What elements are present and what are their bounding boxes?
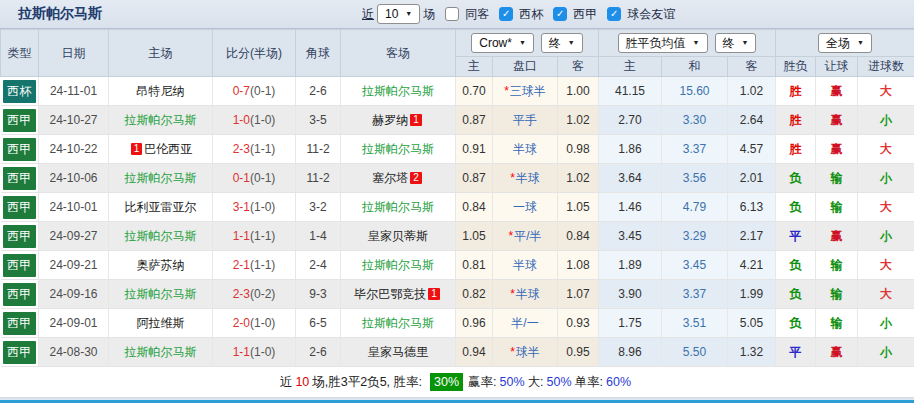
- cell-score: 3-1(1-0): [213, 193, 296, 222]
- home-team-link[interactable]: 拉斯帕尔马斯: [125, 113, 197, 127]
- cell-handicap: *球半: [493, 338, 558, 367]
- cell-type: 西甲: [1, 251, 39, 280]
- cell-home-odds: 0.91: [456, 135, 493, 164]
- win-rate-badge: 30%: [430, 373, 463, 391]
- cell-avg-away: 4.21: [728, 251, 776, 280]
- cell-handicap: 半球: [493, 135, 558, 164]
- away-team-link[interactable]: 拉斯帕尔马斯: [362, 200, 434, 214]
- cell-result-goals: 大: [858, 251, 914, 280]
- cell-result-goals: 大: [858, 77, 914, 106]
- cell-avg-draw: 4.79: [662, 193, 728, 222]
- home-team-link[interactable]: 拉斯帕尔马斯: [125, 345, 197, 359]
- away-team-link[interactable]: 皇家马德里: [368, 345, 428, 359]
- cell-avg-home: 41.15: [599, 77, 662, 106]
- cell-date: 24-09-21: [39, 251, 109, 280]
- cell-type: 西甲: [1, 135, 39, 164]
- odds-stage-select[interactable]: 终: [541, 33, 583, 53]
- cell-avg-draw: 3.30: [662, 106, 728, 135]
- away-team-link[interactable]: 拉斯帕尔马斯: [362, 258, 434, 272]
- cell-result-handicap: 赢: [816, 106, 858, 135]
- fulltime-score: 2-1: [233, 258, 250, 272]
- home-team-link[interactable]: 拉斯帕尔马斯: [125, 287, 197, 301]
- halftime-score: (1-1): [250, 258, 275, 272]
- table-row: 西甲 24-09-21 奥萨苏纳 2-1(1-1) 2-4 拉斯帕尔马斯 0.8…: [1, 251, 914, 280]
- home-team-link[interactable]: 比利亚雷亚尔: [125, 200, 197, 214]
- home-team-link[interactable]: 奥萨苏纳: [137, 258, 185, 272]
- cell-home-odds: 0.82: [456, 280, 493, 309]
- home-team-link[interactable]: 阿拉维斯: [137, 316, 185, 330]
- cover-value: 50%: [500, 375, 525, 389]
- cell-home-odds: 0.81: [456, 251, 493, 280]
- away-team-link[interactable]: 毕尔巴鄂竞技: [354, 287, 426, 301]
- cell-score: 0-7(0-1): [213, 77, 296, 106]
- copa-label: 西杯: [519, 6, 543, 23]
- home-team-link[interactable]: 巴伦西亚: [144, 142, 192, 156]
- recent-count-select[interactable]: 10: [377, 4, 420, 24]
- cell-result-handicap: 赢: [816, 338, 858, 367]
- league-badge: 西甲: [3, 167, 37, 190]
- away-team-link[interactable]: 拉斯帕尔马斯: [362, 84, 434, 98]
- halftime-score: (1-1): [250, 142, 275, 156]
- away-team-link[interactable]: 皇家贝蒂斯: [368, 229, 428, 243]
- bookmaker-select[interactable]: Crow*: [471, 33, 534, 53]
- cover-label: 赢率:: [468, 374, 496, 391]
- cell-corners: 3-5: [296, 106, 341, 135]
- avg-odds-select[interactable]: 胜平负均值: [618, 33, 708, 53]
- home-team-link[interactable]: 拉斯帕尔马斯: [125, 229, 197, 243]
- cell-result-wl: 胜: [776, 106, 816, 135]
- cell-home-team: 奥萨苏纳: [109, 251, 213, 280]
- recent-link[interactable]: 近: [362, 6, 374, 23]
- handicap-value: 半球: [513, 258, 537, 272]
- table-row: 西甲 24-10-01 比利亚雷亚尔 3-1(1-0) 3-2 拉斯帕尔马斯 0…: [1, 193, 914, 222]
- table-row: 西甲 24-10-22 1巴伦西亚 2-3(1-1) 11-2 拉斯帕尔马斯 0…: [1, 135, 914, 164]
- cell-home-team: 拉斯帕尔马斯: [109, 106, 213, 135]
- cell-away-team: 皇家贝蒂斯: [341, 222, 456, 251]
- avg-stage-select[interactable]: 终: [715, 33, 757, 53]
- table-row: 西甲 24-10-27 拉斯帕尔马斯 1-0(1-0) 3-5 赫罗纳1 0.8…: [1, 106, 914, 135]
- cell-away-odds: 1.00: [558, 77, 599, 106]
- cell-avg-away: 1.99: [728, 280, 776, 309]
- away-team-link[interactable]: 拉斯帕尔马斯: [362, 142, 434, 156]
- cell-avg-away: 1.32: [728, 338, 776, 367]
- friendly-checkbox[interactable]: [607, 7, 621, 21]
- same-away-checkbox[interactable]: [445, 7, 459, 21]
- home-team-link[interactable]: 昂特尼纳: [137, 84, 185, 98]
- fulltime-score: 3-1: [233, 200, 250, 214]
- cell-result-goals: 大: [858, 280, 914, 309]
- cell-avg-draw: 3.37: [662, 280, 728, 309]
- cell-handicap: *半球: [493, 280, 558, 309]
- away-team-link[interactable]: 拉斯帕尔马斯: [362, 316, 434, 330]
- rank-badge: 1: [428, 288, 440, 300]
- laliga-checkbox[interactable]: [553, 7, 567, 21]
- cell-result-handicap: 赢: [816, 222, 858, 251]
- handicap-value: 半球: [516, 287, 540, 301]
- home-team-link[interactable]: 拉斯帕尔马斯: [125, 171, 197, 185]
- away-team-link[interactable]: 塞尔塔: [372, 171, 408, 185]
- handicap-value: 平/半: [514, 229, 541, 243]
- cell-avg-draw: 3.45: [662, 251, 728, 280]
- cell-away-team: 毕尔巴鄂竞技1: [341, 280, 456, 309]
- rank-badge: 2: [410, 172, 422, 184]
- fulltime-score: 2-3: [233, 287, 250, 301]
- match-table: 类型 日期 主场 比分(半场) 角球 客场 Crow* 终 胜平负均值 终: [0, 29, 914, 367]
- cell-date: 24-10-27: [39, 106, 109, 135]
- cell-avg-away: 6.13: [728, 193, 776, 222]
- scope-select[interactable]: 全场: [818, 33, 872, 53]
- cell-result-handicap: 赢: [816, 77, 858, 106]
- match-rows: 西杯 24-11-01 昂特尼纳 0-7(0-1) 2-6 拉斯帕尔马斯 0.7…: [1, 77, 914, 367]
- fulltime-score: 1-1: [233, 229, 250, 243]
- big-value: 50%: [547, 375, 572, 389]
- col-avg-away: 客: [728, 57, 776, 77]
- halftime-score: (1-0): [250, 345, 275, 359]
- cell-avg-draw: 3.56: [662, 164, 728, 193]
- col-type: 类型: [1, 30, 39, 77]
- halftime-score: (0-2): [250, 287, 275, 301]
- copa-checkbox[interactable]: [499, 7, 513, 21]
- cell-result-wl: 负: [776, 309, 816, 338]
- halftime-score: (1-0): [250, 200, 275, 214]
- cell-away-team: 赫罗纳1: [341, 106, 456, 135]
- col-avg-home: 主: [599, 57, 662, 77]
- league-badge: 西甲: [3, 225, 37, 248]
- away-team-link[interactable]: 赫罗纳: [372, 113, 408, 127]
- cell-result-goals: 小: [858, 164, 914, 193]
